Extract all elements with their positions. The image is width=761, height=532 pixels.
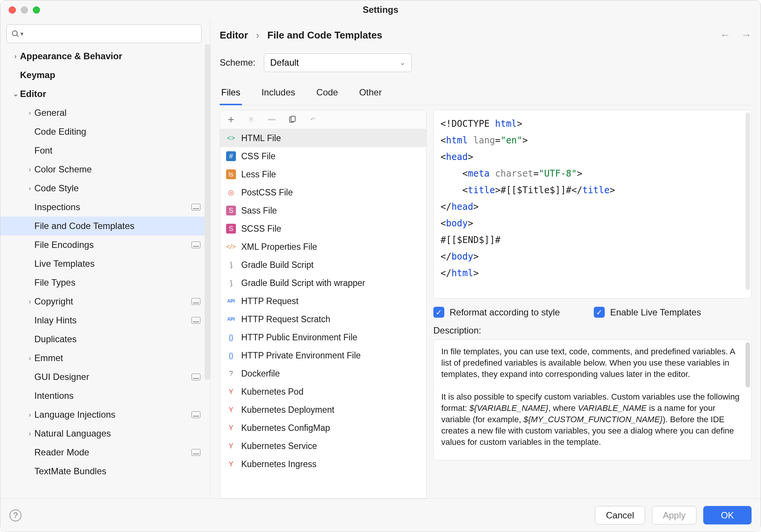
template-item-xml-properties-file[interactable]: </>XML Properties File — [220, 238, 426, 256]
description-p1: In file templates, you can use text, cod… — [441, 346, 744, 380]
template-item-html-file[interactable]: <>HTML File — [220, 129, 426, 147]
template-item-http-private-environment-file[interactable]: {}HTTP Private Environment File — [220, 346, 426, 364]
tab-includes[interactable]: Includes — [260, 83, 297, 105]
tab-code[interactable]: Code — [315, 83, 339, 105]
tree-item-live-templates[interactable]: Live Templates — [0, 254, 210, 273]
tree-item-gui-designer[interactable]: GUI Designer — [0, 367, 210, 386]
template-item-dockerfile[interactable]: ?Dockerfile — [220, 364, 426, 383]
cancel-button[interactable]: Cancel — [595, 506, 645, 524]
sidebar: ▾ ›Appearance & BehaviorKeymap⌄Editor›Ge… — [0, 19, 211, 498]
tab-files[interactable]: Files — [220, 83, 242, 105]
breadcrumb-leaf: File and Code Templates — [267, 29, 382, 41]
tree-item-file-and-code-templates[interactable]: File and Code Templates — [0, 217, 210, 235]
template-item-kubernetes-ingress[interactable]: YKubernetes Ingress — [220, 455, 426, 473]
tree-item-file-encodings[interactable]: File Encodings — [0, 235, 210, 254]
project-scope-icon — [191, 317, 200, 324]
tree-item-appearance-behavior[interactable]: ›Appearance & Behavior — [0, 47, 210, 66]
project-scope-icon — [191, 374, 200, 380]
copy-template-icon[interactable]: ⎘ — [246, 115, 256, 125]
nav-forward-icon[interactable]: → — [741, 29, 752, 41]
tree-item-code-editing[interactable]: Code Editing — [0, 122, 210, 141]
remove-icon[interactable] — [267, 115, 277, 125]
chevron-right-icon: › — [25, 430, 34, 438]
tree-item-textmate-bundles[interactable]: TextMate Bundles — [0, 462, 210, 481]
tree-item-emmet[interactable]: ›Emmet — [0, 349, 210, 367]
template-item-kubernetes-configmap[interactable]: YKubernetes ConfigMap — [220, 419, 426, 437]
tree-item-file-types[interactable]: File Types — [0, 273, 210, 292]
template-item-label: Sass File — [241, 206, 277, 216]
tree-item-intentions[interactable]: Intentions — [0, 386, 210, 405]
tree-item-duplicates[interactable]: Duplicates — [0, 330, 210, 349]
tree-item-label: GUI Designer — [34, 372, 191, 382]
help-icon[interactable]: ? — [9, 509, 22, 521]
chevron-right-icon: › — [25, 411, 34, 419]
tree-item-font[interactable]: Font — [0, 141, 210, 160]
ok-button[interactable]: OK — [703, 506, 752, 524]
scheme-select[interactable]: Default ⌄ — [264, 54, 412, 72]
nav-back-icon[interactable]: ← — [720, 29, 730, 41]
postcss-icon: ◎ — [226, 188, 236, 197]
search-input[interactable]: ▾ — [6, 25, 202, 43]
tree-item-inlay-hints[interactable]: Inlay Hints — [0, 311, 210, 330]
tree-item-label: General — [34, 108, 210, 118]
template-item-postcss-file[interactable]: ◎PostCSS File — [220, 183, 426, 201]
tree-item-natural-languages[interactable]: ›Natural Languages — [0, 424, 210, 443]
sass-icon: S — [226, 206, 236, 215]
apply-button[interactable]: Apply — [652, 506, 696, 524]
template-item-sass-file[interactable]: SSass File — [220, 201, 426, 220]
template-code-editor[interactable]: <!DOCTYPE html> <html lang="en"> <head> … — [433, 110, 752, 298]
reformat-label: Reformat according to style — [450, 307, 560, 318]
scheme-value: Default — [270, 57, 299, 68]
tree-item-inspections[interactable]: Inspections — [0, 198, 210, 217]
project-scope-icon — [191, 449, 200, 456]
tree-item-reader-mode[interactable]: Reader Mode — [0, 443, 210, 462]
tree-item-label: Duplicates — [34, 334, 210, 344]
tree-item-language-injections[interactable]: ›Language Injections — [0, 405, 210, 424]
live-templates-label: Enable Live Templates — [610, 307, 701, 318]
duplicate-icon[interactable] — [287, 115, 297, 125]
tree-item-keymap[interactable]: Keymap — [0, 66, 210, 85]
template-item-kubernetes-pod[interactable]: YKubernetes Pod — [220, 383, 426, 401]
live-templates-checkbox[interactable]: ✓ Enable Live Templates — [594, 307, 701, 318]
description-scrollbar[interactable] — [746, 342, 750, 387]
sidebar-scrollbar[interactable] — [205, 44, 210, 380]
revert-icon[interactable]: ↶ — [308, 115, 317, 125]
template-item-kubernetes-deployment[interactable]: YKubernetes Deployment — [220, 401, 426, 419]
svg-rect-0 — [268, 119, 276, 120]
template-item-css-file[interactable]: #CSS File — [220, 147, 426, 165]
tree-item-label: Keymap — [20, 70, 210, 80]
tree-item-label: Inlay Hints — [34, 315, 191, 326]
svg-rect-2 — [291, 116, 295, 121]
description-box[interactable]: In file templates, you can use text, cod… — [433, 340, 752, 460]
template-item-label: Gradle Build Script — [241, 260, 314, 270]
api-icon: API — [226, 296, 236, 306]
add-icon[interactable] — [226, 115, 236, 125]
yaml-icon: Y — [226, 423, 236, 433]
template-item-label: Dockerfile — [241, 369, 280, 379]
template-item-scss-file[interactable]: SSCSS File — [220, 220, 426, 238]
tree-item-general[interactable]: ›General — [0, 103, 210, 122]
code-scrollbar[interactable] — [746, 112, 750, 290]
template-item-less-file[interactable]: lsLess File — [220, 165, 426, 183]
tree-item-color-scheme[interactable]: ›Color Scheme — [0, 160, 210, 179]
template-item-label: HTML File — [241, 133, 281, 143]
template-item-http-request[interactable]: APIHTTP Request — [220, 292, 426, 310]
search-dropdown-icon[interactable]: ▾ — [20, 30, 23, 37]
tree-item-code-style[interactable]: ›Code Style — [0, 179, 210, 198]
tree-item-editor[interactable]: ⌄Editor — [0, 85, 210, 103]
template-item-gradle-build-script[interactable]: ⟆Gradle Build Script — [220, 256, 426, 274]
reformat-checkbox[interactable]: ✓ Reformat according to style — [433, 307, 560, 318]
breadcrumb-root[interactable]: Editor — [220, 29, 248, 41]
tree-item-label: Reader Mode — [34, 447, 191, 458]
yaml-icon: Y — [226, 459, 236, 469]
template-item-http-public-environment-file[interactable]: {}HTTP Public Environment File — [220, 328, 426, 346]
tree-item-copyright[interactable]: ›Copyright — [0, 292, 210, 311]
chevron-right-icon: › — [25, 109, 34, 117]
breadcrumb-separator-icon: › — [256, 29, 259, 41]
template-item-kubernetes-service[interactable]: YKubernetes Service — [220, 437, 426, 455]
tab-other[interactable]: Other — [357, 83, 383, 105]
template-item-http-request-scratch[interactable]: APIHTTP Request Scratch — [220, 310, 426, 328]
tree-item-label: Font — [34, 145, 210, 156]
templates-pane: ⎘ ↶ <>HTML File#CSS FilelsLess File◎Post… — [220, 110, 427, 498]
template-item-gradle-build-script-with-wrapper[interactable]: ⟆Gradle Build Script with wrapper — [220, 274, 426, 292]
